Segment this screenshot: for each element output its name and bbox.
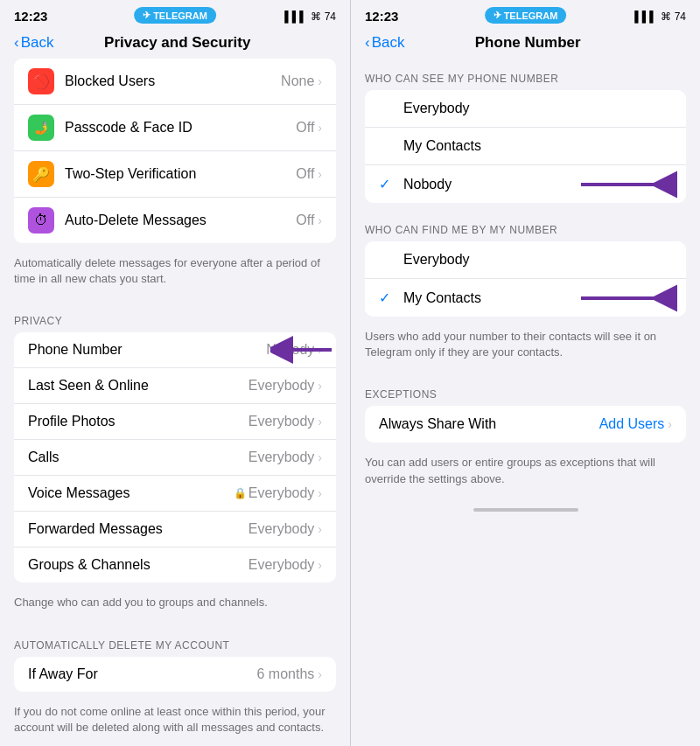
telegram-plane-icon-r: ✈ — [494, 10, 501, 21]
voice-lock-icon: 🔒 — [234, 487, 247, 499]
battery-icon-r: 74 — [675, 10, 686, 23]
forwarded-messages-row[interactable]: Forwarded Messages Everybody › — [14, 512, 336, 547]
blocked-users-icon: 🚫 — [28, 68, 54, 94]
right-content: WHO CAN SEE MY PHONE NUMBER Everybody My… — [351, 59, 700, 746]
passcode-row[interactable]: 🤳 Passcode & Face ID Off › — [14, 105, 336, 151]
forwarded-messages-value: Everybody — [248, 521, 315, 537]
exceptions-helper: You can add users or entire groups as ex… — [351, 450, 700, 500]
security-group: 🚫 Blocked Users None › 🤳 Passcode & Face… — [14, 59, 336, 243]
calls-label: Calls — [28, 450, 248, 465]
left-content: 🚫 Blocked Users None › 🤳 Passcode & Face… — [0, 59, 350, 746]
if-away-chevron: › — [318, 667, 322, 681]
left-back-button[interactable]: ‹ Back — [14, 34, 53, 52]
forwarded-messages-chevron: › — [318, 522, 322, 536]
last-seen-label: Last Seen & Online — [28, 378, 248, 394]
find-my-contacts-row[interactable]: ✓ My Contacts — [365, 279, 686, 317]
home-indicator-right — [351, 501, 700, 515]
always-share-row[interactable]: Always Share With Add Users › — [365, 406, 686, 443]
phone-number-row[interactable]: Phone Number Nobody › — [14, 332, 336, 368]
auto-delete-label: Auto-Delete Messages — [65, 213, 296, 228]
who-can-find-label: WHO CAN FIND ME BY MY NUMBER — [351, 210, 700, 241]
left-panel: 12:23 ✈ TELEGRAM ▌▌▌ ⌘ 74 ‹ Back Privacy… — [0, 0, 350, 746]
groups-channels-value: Everybody — [248, 557, 315, 573]
calls-value: Everybody — [248, 450, 315, 465]
blocked-users-chevron: › — [318, 74, 322, 88]
signal-icon: ▌▌▌ — [284, 10, 307, 23]
if-away-value: 6 months — [257, 666, 315, 682]
phone-number-chevron: › — [318, 343, 322, 357]
privacy-group: Phone Number Nobody › Last Seen & Online… — [14, 332, 336, 582]
wifi-icon: ⌘ — [311, 10, 321, 23]
right-status-bar: 12:23 ✈ TELEGRAM ▌▌▌ ⌘ 74 — [351, 0, 700, 29]
see-my-contacts-check — [379, 138, 396, 154]
blocked-users-row[interactable]: 🚫 Blocked Users None › — [14, 59, 336, 105]
last-seen-chevron: › — [318, 379, 322, 393]
auto-delete-footer: If you do not come online at least once … — [0, 699, 350, 746]
see-everybody-check — [379, 101, 396, 116]
auto-delete-row[interactable]: ⏱ Auto-Delete Messages Off › — [14, 198, 336, 243]
left-status-bar: 12:23 ✈ TELEGRAM ▌▌▌ ⌘ 74 — [0, 0, 350, 29]
right-nav-bar: ‹ Back Phone Number — [351, 29, 700, 59]
left-status-icons: ▌▌▌ ⌘ 74 — [284, 10, 336, 23]
home-bar-right — [473, 508, 578, 512]
voice-messages-chevron: › — [318, 486, 322, 500]
voice-messages-row[interactable]: Voice Messages 🔒 Everybody › — [14, 476, 336, 512]
telegram-plane-icon: ✈ — [143, 10, 150, 21]
see-nobody-row[interactable]: ✓ Nobody — [365, 165, 686, 203]
right-time: 12:23 — [365, 9, 398, 24]
forwarded-messages-label: Forwarded Messages — [28, 521, 248, 537]
left-nav-bar: ‹ Back Privacy and Security — [0, 29, 350, 59]
nobody-arrow — [572, 170, 677, 199]
left-telegram-badge: ✈ TELEGRAM — [134, 7, 216, 24]
two-step-label: Two-Step Verification — [65, 166, 296, 182]
see-everybody-label: Everybody — [403, 101, 470, 116]
right-panel: 12:23 ✈ TELEGRAM ▌▌▌ ⌘ 74 ‹ Back Phone N… — [350, 0, 700, 746]
find-my-contacts-check: ✓ — [379, 289, 396, 306]
right-nav-title: Phone Number — [404, 34, 651, 52]
passcode-icon: 🤳 — [28, 115, 54, 141]
two-step-icon: 🔑 — [28, 161, 54, 187]
right-back-button[interactable]: ‹ Back — [365, 34, 404, 52]
passcode-label: Passcode & Face ID — [65, 120, 296, 136]
exceptions-group: Always Share With Add Users › — [365, 406, 686, 443]
groups-channels-label: Groups & Channels — [28, 557, 248, 573]
see-my-contacts-row[interactable]: My Contacts — [365, 128, 686, 165]
see-everybody-row[interactable]: Everybody — [365, 90, 686, 128]
profile-photos-value: Everybody — [248, 414, 315, 429]
profile-photos-chevron: › — [318, 415, 322, 429]
auto-delete-chevron: › — [318, 213, 322, 227]
voice-messages-label: Voice Messages — [28, 485, 234, 501]
profile-photos-row[interactable]: Profile Photos Everybody › — [14, 404, 336, 440]
back-chevron-icon-r: ‹ — [365, 34, 370, 52]
two-step-chevron: › — [318, 167, 322, 181]
find-everybody-label: Everybody — [403, 252, 470, 268]
exceptions-label: EXCEPTIONS — [351, 374, 700, 406]
battery-icon: 74 — [325, 10, 336, 23]
last-seen-row[interactable]: Last Seen & Online Everybody › — [14, 368, 336, 404]
add-users-button[interactable]: Add Users — [599, 416, 665, 432]
phone-number-label: Phone Number — [28, 342, 266, 358]
two-step-value: Off — [296, 166, 314, 182]
find-everybody-row[interactable]: Everybody — [365, 241, 686, 279]
blocked-users-value: None — [281, 73, 314, 89]
groups-helper: Change who can add you to groups and cha… — [0, 589, 350, 624]
auto-delete-helper: Automatically delete messages for everyo… — [0, 250, 350, 301]
if-away-row[interactable]: If Away For 6 months › — [14, 657, 336, 692]
back-chevron-icon: ‹ — [14, 34, 19, 52]
passcode-chevron: › — [318, 121, 322, 135]
groups-channels-row[interactable]: Groups & Channels Everybody › — [14, 547, 336, 582]
voice-messages-value: Everybody — [248, 485, 315, 501]
add-users-chevron: › — [668, 417, 672, 431]
phone-number-value: Nobody — [266, 342, 314, 358]
two-step-row[interactable]: 🔑 Two-Step Verification Off › — [14, 151, 336, 198]
calls-row[interactable]: Calls Everybody › — [14, 440, 336, 476]
calls-chevron: › — [318, 450, 322, 464]
if-away-label: If Away For — [28, 666, 257, 682]
see-options-group: Everybody My Contacts ✓ Nobody — [365, 90, 686, 203]
see-nobody-label: Nobody — [403, 177, 452, 192]
see-my-contacts-label: My Contacts — [403, 138, 481, 154]
left-time: 12:23 — [14, 9, 47, 24]
auto-delete-icon: ⏱ — [28, 207, 54, 234]
my-contacts-arrow — [572, 283, 677, 313]
right-telegram-badge: ✈ TELEGRAM — [485, 7, 567, 24]
